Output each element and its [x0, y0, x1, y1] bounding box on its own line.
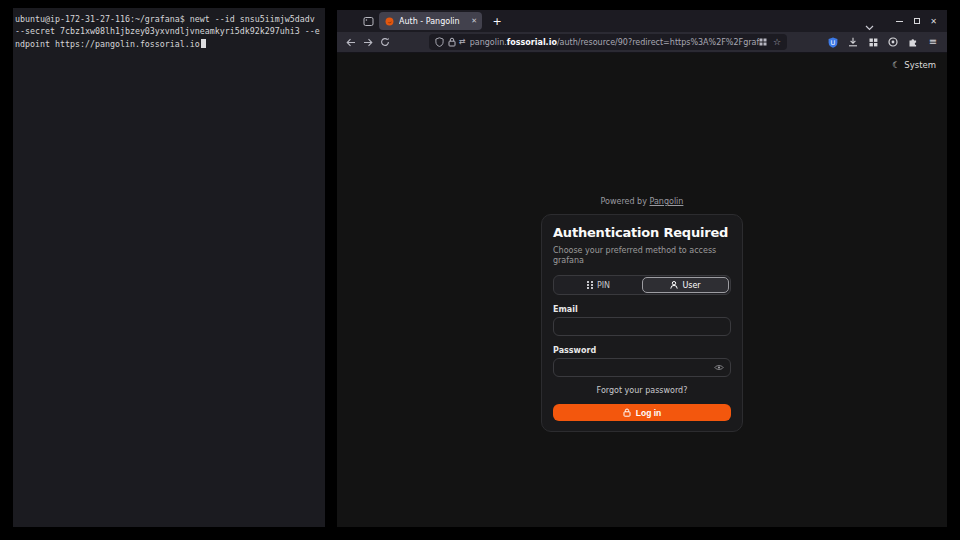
terminal-line: --secret 7cbz1xw08lh1jbzey03yxvndljvneam…: [15, 25, 323, 37]
password-label: Password: [553, 346, 731, 356]
browser-window: Auth - Pangolin ✕ + ✕: [337, 10, 947, 527]
back-button[interactable]: [342, 34, 359, 50]
auth-subtitle: Choose your preferred method to access g…: [553, 246, 731, 266]
url-bar[interactable]: ⇄ pangolin.fossorial.io/auth/resource/90…: [429, 34, 787, 50]
extensions-grid-icon[interactable]: [867, 38, 879, 47]
user-icon: [670, 281, 678, 289]
bitwarden-extension-icon[interactable]: U: [827, 37, 839, 48]
tab-user[interactable]: User: [642, 277, 729, 293]
pangolin-link[interactable]: Pangolin: [649, 197, 683, 206]
terminal-line: ubuntu@ip-172-31-27-116:~/grafana$ newt …: [15, 13, 323, 25]
browser-tab[interactable]: Auth - Pangolin ✕: [379, 12, 482, 30]
url-text: pangolin.fossorial.io/auth/resource/90?r…: [470, 38, 759, 47]
browser-titlebar: Auth - Pangolin ✕ + ✕: [337, 10, 947, 32]
tab-pin-label: PIN: [597, 281, 610, 290]
list-tabs-chevron-icon[interactable]: [865, 16, 874, 35]
show-password-eye-icon[interactable]: [714, 364, 724, 371]
menu-hamburger-icon[interactable]: ≡: [927, 37, 939, 47]
browser-toolbar: ⇄ pangolin.fossorial.io/auth/resource/90…: [337, 32, 947, 53]
auth-column: Powered by Pangolin Authentication Requi…: [541, 197, 743, 432]
reload-button[interactable]: [376, 34, 393, 50]
new-tab-button[interactable]: +: [489, 13, 505, 29]
extensions-puzzle-icon[interactable]: [907, 37, 919, 47]
email-label: Email: [553, 305, 731, 315]
login-button[interactable]: Log in: [553, 404, 731, 421]
auth-method-tabs: PIN User: [553, 275, 731, 295]
theme-toggle[interactable]: ☾ System: [892, 60, 936, 70]
terminal-window[interactable]: ubuntu@ip-172-31-27-116:~/grafana$ newt …: [13, 8, 325, 527]
terminal-line: ndpoint https://pangolin.fossorial.io: [15, 38, 323, 50]
permissions-icon[interactable]: ⇄: [459, 38, 466, 46]
password-input[interactable]: [560, 363, 714, 373]
desktop: ubuntu@ip-172-31-27-116:~/grafana$ newt …: [0, 0, 960, 540]
page-content: ☾ System Powered by Pangolin Authenticat…: [337, 53, 947, 527]
email-input[interactable]: [560, 322, 724, 332]
pin-keypad-icon: [587, 281, 593, 289]
moon-icon: ☾: [892, 61, 900, 70]
close-window-button[interactable]: ✕: [925, 10, 942, 32]
pangolin-favicon-icon: [385, 17, 394, 26]
downloads-icon[interactable]: [847, 37, 859, 47]
svg-text:U: U: [831, 38, 836, 46]
email-field-wrap: [553, 317, 731, 336]
tab-pin[interactable]: PIN: [555, 277, 642, 293]
password-field-wrap: [553, 358, 731, 377]
window-controls: ✕: [891, 10, 942, 32]
terminal-cursor: [201, 39, 206, 48]
toolbar-extensions-area: U ≡: [827, 37, 942, 48]
containers-grid-icon[interactable]: [759, 38, 767, 46]
powered-by: Powered by Pangolin: [541, 197, 743, 206]
login-button-label: Log in: [636, 408, 662, 418]
auth-card: Authentication Required Choose your pref…: [541, 214, 743, 432]
tab-user-label: User: [682, 281, 700, 290]
bookmark-star-icon[interactable]: ☆: [773, 38, 781, 47]
forgot-password-link[interactable]: Forgot your password?: [553, 386, 731, 396]
theme-toggle-label: System: [904, 60, 936, 70]
auth-title: Authentication Required: [553, 225, 731, 241]
firefox-view-icon[interactable]: [362, 15, 375, 28]
lock-icon[interactable]: [448, 37, 456, 47]
forward-button[interactable]: [359, 34, 376, 50]
login-lock-icon: [623, 408, 631, 417]
tab-close-icon[interactable]: ✕: [471, 18, 477, 25]
maximize-button[interactable]: [908, 10, 925, 32]
account-circle-icon[interactable]: [887, 37, 899, 47]
tab-title: Auth - Pangolin: [399, 17, 460, 26]
minimize-button[interactable]: [891, 10, 908, 32]
tracking-protection-shield-icon[interactable]: [435, 37, 444, 47]
